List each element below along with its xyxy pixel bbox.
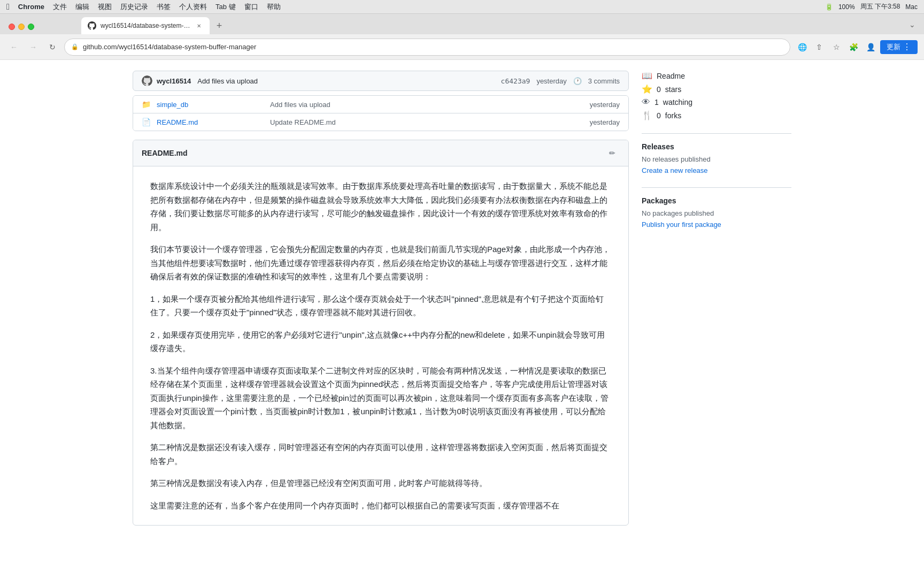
file-time-1: yesterday bbox=[590, 118, 620, 126]
commit-time: yesterday bbox=[536, 77, 566, 85]
page-content: wycl16514 Add files via upload c6423a9 y… bbox=[0, 60, 924, 578]
address-bar-input[interactable]: 🔒 github.com/wycl16514/database-system-b… bbox=[64, 39, 790, 56]
readme-header: README.md ✏ bbox=[133, 140, 628, 166]
tab-bar-right: ⌄ bbox=[905, 17, 920, 34]
update-button[interactable]: 更新 ⋮ bbox=[880, 40, 918, 54]
apple-menu[interactable]:  bbox=[6, 2, 10, 12]
window-menu[interactable]: 窗口 bbox=[244, 2, 258, 12]
readme-icon: 📖 bbox=[642, 71, 652, 81]
machine-name: Mac bbox=[905, 3, 918, 11]
extension-btn[interactable]: 🧩 bbox=[846, 40, 861, 55]
sidebar-stars-item: ⭐ 0 stars bbox=[642, 84, 791, 94]
profile-menu[interactable]: 个人资料 bbox=[179, 2, 207, 12]
readme-para-0: 数据库系统设计中一个必须关注的瓶颈就是读写效率。由于数据库系统要处理高吞吐量的数… bbox=[150, 179, 611, 234]
file-time-0: yesterday bbox=[590, 101, 620, 109]
file-name-simple-db[interactable]: simple_db bbox=[157, 101, 264, 109]
watching-icon: 👁 bbox=[642, 97, 650, 107]
more-options-icon: ⋮ bbox=[903, 43, 911, 51]
tab-title: wycl16514/database-system-b... bbox=[101, 22, 190, 29]
tab-close-btn[interactable]: ✕ bbox=[195, 21, 203, 30]
sidebar-readme-item: 📖 Readme bbox=[642, 71, 791, 81]
lock-icon: 🔒 bbox=[71, 43, 79, 50]
menubar-right: 🔋 100% 周五 下午3:58 Mac bbox=[825, 2, 918, 11]
file-name-readme[interactable]: README.md bbox=[157, 118, 264, 126]
sidebar-stars-label: stars bbox=[665, 85, 681, 94]
share-btn[interactable]: ⇧ bbox=[812, 40, 827, 55]
commit-author-name[interactable]: wycl16514 bbox=[157, 77, 191, 85]
traffic-light-close[interactable] bbox=[9, 24, 15, 30]
readme-para-1: 我们本节要设计一个缓存管理器，它会预先分配固定数量的内存页，也就是我们前面几节实… bbox=[150, 242, 611, 284]
commit-author-avatar bbox=[142, 75, 152, 86]
file-commit-msg-0: Add files via upload bbox=[270, 101, 583, 109]
readme-para-3: 2，如果缓存页使用完毕，使用它的客户必须对它进行"unpin",这点就像c++中… bbox=[150, 328, 611, 355]
releases-empty-text: No releases published bbox=[642, 155, 791, 163]
star-icon: ⭐ bbox=[642, 84, 652, 94]
readme-edit-btn[interactable]: ✏ bbox=[605, 146, 620, 161]
packages-heading: Packages bbox=[642, 196, 791, 205]
tab-bar-inner: wycl16514/database-system-b... ✕ + ⌄ bbox=[38, 17, 920, 34]
tab-menu[interactable]: Tab 键 bbox=[215, 2, 236, 12]
sidebar-readme-label[interactable]: Readme bbox=[657, 72, 685, 80]
refresh-button[interactable]: ↻ bbox=[45, 40, 60, 55]
readme-para-2: 1，如果一个缓存页被分配给其他组件进行读写，那么这个缓存页就会处于一个状态叫"p… bbox=[150, 292, 611, 320]
packages-empty-text: No packages published bbox=[642, 209, 791, 217]
readme-para-4: 3.当某个组件向缓存管理器申请缓存页面读取某个二进制文件对应的区块时，可能会有两… bbox=[150, 364, 611, 432]
file-menu[interactable]: 文件 bbox=[53, 2, 67, 12]
packages-create-link[interactable]: Publish your first package bbox=[642, 220, 791, 229]
commit-right-info: c6423a9 yesterday 🕐 3 commits bbox=[501, 77, 620, 85]
file-commit-msg-1: Update README.md bbox=[270, 118, 583, 126]
readme-box: README.md ✏ 数据库系统设计中一个必须关注的瓶颈就是读写效率。由于数据… bbox=[133, 140, 629, 526]
battery-percent: 100% bbox=[838, 3, 855, 11]
chrome-menu[interactable]: Chrome bbox=[18, 3, 44, 11]
account-btn[interactable]: 👤 bbox=[863, 40, 878, 55]
back-button[interactable]: ← bbox=[6, 40, 21, 55]
folder-icon: 📁 bbox=[142, 100, 150, 109]
new-tab-btn[interactable]: + bbox=[212, 18, 227, 33]
address-bar: ← → ↻ 🔒 github.com/wycl16514/database-sy… bbox=[0, 34, 924, 60]
github-page: wycl16514 Add files via upload c6423a9 y… bbox=[120, 60, 804, 536]
translate-btn[interactable]: 🌐 bbox=[795, 40, 810, 55]
view-menu[interactable]: 视图 bbox=[98, 2, 112, 12]
history-menu[interactable]: 历史记录 bbox=[120, 2, 148, 12]
tab-list-chevron[interactable]: ⌄ bbox=[905, 17, 920, 32]
file-icon: 📄 bbox=[142, 118, 150, 126]
sidebar: 📖 Readme ⭐ 0 stars 👁 1 watching 🍴 bbox=[642, 71, 791, 526]
readme-content: 数据库系统设计中一个必须关注的瓶颈就是读写效率。由于数据库系统要处理高吞吐量的数… bbox=[133, 166, 628, 525]
traffic-light-maximize[interactable] bbox=[28, 24, 34, 30]
sidebar-packages-section: Packages No packages published Publish y… bbox=[642, 196, 791, 229]
tab-favicon bbox=[88, 21, 96, 30]
commit-sha[interactable]: c6423a9 bbox=[501, 77, 530, 85]
update-label: 更新 bbox=[887, 42, 900, 52]
sidebar-forks-count: 0 bbox=[657, 111, 661, 120]
edit-menu[interactable]: 编辑 bbox=[75, 2, 89, 12]
file-row-folder: 📁 simple_db Add files via upload yesterd… bbox=[133, 96, 628, 113]
commit-row: wycl16514 Add files via upload c6423a9 y… bbox=[133, 71, 629, 91]
macos-menubar:  Chrome 文件 编辑 视图 历史记录 书签 个人资料 Tab 键 窗口 … bbox=[0, 0, 924, 14]
bookmarks-menu[interactable]: 书签 bbox=[157, 2, 171, 12]
sidebar-watching-item: 👁 1 watching bbox=[642, 97, 791, 107]
sidebar-divider-2 bbox=[642, 187, 791, 188]
browser-window: wycl16514/database-system-b... ✕ + ⌄ ← →… bbox=[0, 14, 924, 578]
readme-para-5: 第二种情况是数据还没有读入缓存，同时管理器还有空闲的内存页面可以使用，这样管理器… bbox=[150, 440, 611, 468]
commit-message: Add files via upload bbox=[197, 77, 258, 85]
file-table: 📁 simple_db Add files via upload yesterd… bbox=[133, 95, 629, 131]
readme-para-6: 第三种情况是数据没有读入内存，但是管理器已经没有空闲页面可用，此时客户可能就得等… bbox=[150, 476, 611, 490]
address-bar-actions: 🌐 ⇧ ☆ 🧩 👤 更新 ⋮ bbox=[795, 40, 918, 55]
sidebar-divider-1 bbox=[642, 133, 791, 134]
active-tab[interactable]: wycl16514/database-system-b... ✕ bbox=[81, 17, 210, 34]
commits-count-link[interactable]: 3 commits bbox=[588, 77, 620, 85]
forward-button[interactable]: → bbox=[26, 40, 41, 55]
bookmark-btn[interactable]: ☆ bbox=[829, 40, 844, 55]
help-menu[interactable]: 帮助 bbox=[267, 2, 281, 12]
tab-bar: wycl16514/database-system-b... ✕ + ⌄ bbox=[0, 14, 924, 34]
traffic-light-minimize[interactable] bbox=[18, 24, 25, 30]
sidebar-forks-label: forks bbox=[665, 111, 681, 120]
releases-create-link[interactable]: Create a new release bbox=[642, 166, 791, 174]
main-column: wycl16514 Add files via upload c6423a9 y… bbox=[133, 71, 629, 526]
commits-count: 3 bbox=[588, 77, 592, 85]
readme-title: README.md bbox=[142, 149, 188, 157]
clock: 周五 下午3:58 bbox=[860, 2, 900, 11]
commits-label: commits bbox=[594, 77, 620, 85]
sidebar-about-section: 📖 Readme ⭐ 0 stars 👁 1 watching 🍴 bbox=[642, 71, 791, 120]
forks-icon: 🍴 bbox=[642, 110, 652, 120]
